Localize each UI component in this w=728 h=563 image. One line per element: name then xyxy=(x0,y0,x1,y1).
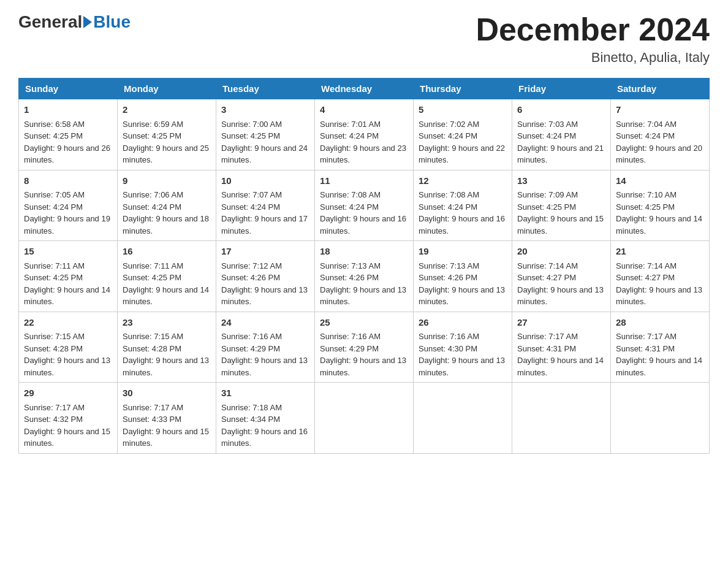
calendar-week-row: 8Sunrise: 7:05 AMSunset: 4:24 PMDaylight… xyxy=(19,170,710,241)
calendar-cell: 25Sunrise: 7:16 AMSunset: 4:29 PMDayligh… xyxy=(315,312,414,383)
title-block: December 2024 Binetto, Apulia, Italy xyxy=(476,12,710,66)
calendar-header-row: SundayMondayTuesdayWednesdayThursdayFrid… xyxy=(19,79,710,99)
day-number: 5 xyxy=(419,103,507,117)
calendar-cell: 10Sunrise: 7:07 AMSunset: 4:24 PMDayligh… xyxy=(216,170,315,241)
day-number: 24 xyxy=(221,316,309,330)
calendar-cell: 6Sunrise: 7:03 AMSunset: 4:24 PMDaylight… xyxy=(512,99,611,170)
day-info: Sunrise: 7:14 AMSunset: 4:27 PMDaylight:… xyxy=(616,260,704,308)
calendar-cell: 18Sunrise: 7:13 AMSunset: 4:26 PMDayligh… xyxy=(315,241,414,312)
day-number: 26 xyxy=(419,316,507,330)
calendar-cell: 12Sunrise: 7:08 AMSunset: 4:24 PMDayligh… xyxy=(414,170,512,241)
calendar-week-row: 15Sunrise: 7:11 AMSunset: 4:25 PMDayligh… xyxy=(19,241,710,312)
day-info: Sunrise: 7:13 AMSunset: 4:26 PMDaylight:… xyxy=(320,260,408,308)
day-info: Sunrise: 7:02 AMSunset: 4:24 PMDaylight:… xyxy=(419,118,507,166)
calendar-cell: 28Sunrise: 7:17 AMSunset: 4:31 PMDayligh… xyxy=(611,312,710,383)
day-info: Sunrise: 7:03 AMSunset: 4:24 PMDaylight:… xyxy=(517,118,605,166)
day-info: Sunrise: 7:04 AMSunset: 4:24 PMDaylight:… xyxy=(616,118,704,166)
calendar-cell: 20Sunrise: 7:14 AMSunset: 4:27 PMDayligh… xyxy=(512,241,611,312)
day-number: 28 xyxy=(616,316,704,330)
day-info: Sunrise: 7:16 AMSunset: 4:29 PMDaylight:… xyxy=(320,331,408,378)
day-number: 29 xyxy=(24,386,112,400)
calendar-week-row: 22Sunrise: 7:15 AMSunset: 4:28 PMDayligh… xyxy=(19,312,710,383)
day-number: 15 xyxy=(24,245,112,259)
day-info: Sunrise: 7:18 AMSunset: 4:34 PMDaylight:… xyxy=(221,402,309,450)
column-header-friday: Friday xyxy=(512,79,611,99)
calendar-cell: 1Sunrise: 6:58 AMSunset: 4:25 PMDaylight… xyxy=(19,99,118,170)
calendar-cell: 30Sunrise: 7:17 AMSunset: 4:33 PMDayligh… xyxy=(118,383,216,454)
day-number: 22 xyxy=(24,316,112,330)
day-number: 25 xyxy=(320,316,408,330)
location-subtitle: Binetto, Apulia, Italy xyxy=(476,50,710,66)
day-info: Sunrise: 7:00 AMSunset: 4:25 PMDaylight:… xyxy=(221,118,309,166)
day-info: Sunrise: 7:16 AMSunset: 4:30 PMDaylight:… xyxy=(419,331,507,378)
day-number: 27 xyxy=(517,316,605,330)
day-info: Sunrise: 7:08 AMSunset: 4:24 PMDaylight:… xyxy=(320,189,408,237)
calendar-cell: 19Sunrise: 7:13 AMSunset: 4:26 PMDayligh… xyxy=(414,241,512,312)
day-info: Sunrise: 7:13 AMSunset: 4:26 PMDaylight:… xyxy=(419,260,507,308)
day-number: 10 xyxy=(221,174,309,188)
calendar-cell: 14Sunrise: 7:10 AMSunset: 4:25 PMDayligh… xyxy=(611,170,710,241)
calendar-cell: 15Sunrise: 7:11 AMSunset: 4:25 PMDayligh… xyxy=(19,241,118,312)
day-number: 17 xyxy=(221,245,309,259)
day-number: 30 xyxy=(123,386,211,400)
calendar-cell: 3Sunrise: 7:00 AMSunset: 4:25 PMDaylight… xyxy=(216,99,315,170)
day-number: 4 xyxy=(320,103,408,117)
calendar-cell xyxy=(315,383,414,454)
logo: General Blue xyxy=(18,12,131,32)
calendar-week-row: 29Sunrise: 7:17 AMSunset: 4:32 PMDayligh… xyxy=(19,383,710,454)
day-info: Sunrise: 7:11 AMSunset: 4:25 PMDaylight:… xyxy=(24,260,112,308)
day-number: 6 xyxy=(517,103,605,117)
day-info: Sunrise: 7:09 AMSunset: 4:25 PMDaylight:… xyxy=(517,189,605,237)
column-header-monday: Monday xyxy=(118,79,216,99)
calendar-cell xyxy=(512,383,611,454)
calendar-cell: 23Sunrise: 7:15 AMSunset: 4:28 PMDayligh… xyxy=(118,312,216,383)
calendar-cell: 26Sunrise: 7:16 AMSunset: 4:30 PMDayligh… xyxy=(414,312,512,383)
calendar-cell: 2Sunrise: 6:59 AMSunset: 4:25 PMDaylight… xyxy=(118,99,216,170)
day-number: 12 xyxy=(419,174,507,188)
column-header-wednesday: Wednesday xyxy=(315,79,414,99)
column-header-thursday: Thursday xyxy=(414,79,512,99)
day-info: Sunrise: 7:14 AMSunset: 4:27 PMDaylight:… xyxy=(517,260,605,308)
day-info: Sunrise: 7:06 AMSunset: 4:24 PMDaylight:… xyxy=(123,189,211,237)
calendar-table: SundayMondayTuesdayWednesdayThursdayFrid… xyxy=(18,78,710,454)
calendar-cell: 8Sunrise: 7:05 AMSunset: 4:24 PMDaylight… xyxy=(19,170,118,241)
day-number: 31 xyxy=(221,386,309,400)
day-number: 20 xyxy=(517,245,605,259)
day-info: Sunrise: 7:17 AMSunset: 4:31 PMDaylight:… xyxy=(616,331,704,378)
day-info: Sunrise: 7:10 AMSunset: 4:25 PMDaylight:… xyxy=(616,189,704,237)
day-info: Sunrise: 7:17 AMSunset: 4:33 PMDaylight:… xyxy=(123,402,211,450)
day-number: 3 xyxy=(221,103,309,117)
day-info: Sunrise: 7:01 AMSunset: 4:24 PMDaylight:… xyxy=(320,118,408,166)
logo-blue-text: Blue xyxy=(93,12,131,32)
day-info: Sunrise: 7:08 AMSunset: 4:24 PMDaylight:… xyxy=(419,189,507,237)
calendar-cell: 11Sunrise: 7:08 AMSunset: 4:24 PMDayligh… xyxy=(315,170,414,241)
day-info: Sunrise: 6:59 AMSunset: 4:25 PMDaylight:… xyxy=(123,118,211,166)
page-header: General Blue December 2024 Binetto, Apul… xyxy=(18,12,710,66)
calendar-cell: 9Sunrise: 7:06 AMSunset: 4:24 PMDaylight… xyxy=(118,170,216,241)
day-number: 7 xyxy=(616,103,704,117)
calendar-cell: 22Sunrise: 7:15 AMSunset: 4:28 PMDayligh… xyxy=(19,312,118,383)
day-info: Sunrise: 7:07 AMSunset: 4:24 PMDaylight:… xyxy=(221,189,309,237)
calendar-cell: 27Sunrise: 7:17 AMSunset: 4:31 PMDayligh… xyxy=(512,312,611,383)
day-number: 23 xyxy=(123,316,211,330)
calendar-cell: 7Sunrise: 7:04 AMSunset: 4:24 PMDaylight… xyxy=(611,99,710,170)
day-number: 19 xyxy=(419,245,507,259)
day-number: 2 xyxy=(123,103,211,117)
calendar-cell xyxy=(611,383,710,454)
calendar-cell: 17Sunrise: 7:12 AMSunset: 4:26 PMDayligh… xyxy=(216,241,315,312)
day-info: Sunrise: 7:12 AMSunset: 4:26 PMDaylight:… xyxy=(221,260,309,308)
calendar-cell: 31Sunrise: 7:18 AMSunset: 4:34 PMDayligh… xyxy=(216,383,315,454)
day-number: 18 xyxy=(320,245,408,259)
month-year-title: December 2024 xyxy=(476,12,710,47)
day-info: Sunrise: 7:11 AMSunset: 4:25 PMDaylight:… xyxy=(123,260,211,308)
calendar-week-row: 1Sunrise: 6:58 AMSunset: 4:25 PMDaylight… xyxy=(19,99,710,170)
calendar-cell: 21Sunrise: 7:14 AMSunset: 4:27 PMDayligh… xyxy=(611,241,710,312)
day-info: Sunrise: 7:17 AMSunset: 4:31 PMDaylight:… xyxy=(517,331,605,378)
calendar-cell: 16Sunrise: 7:11 AMSunset: 4:25 PMDayligh… xyxy=(118,241,216,312)
day-info: Sunrise: 7:15 AMSunset: 4:28 PMDaylight:… xyxy=(123,331,211,378)
calendar-cell xyxy=(414,383,512,454)
day-info: Sunrise: 6:58 AMSunset: 4:25 PMDaylight:… xyxy=(24,118,112,166)
logo-general-text: General xyxy=(18,12,82,32)
day-info: Sunrise: 7:05 AMSunset: 4:24 PMDaylight:… xyxy=(24,189,112,237)
column-header-sunday: Sunday xyxy=(19,79,118,99)
